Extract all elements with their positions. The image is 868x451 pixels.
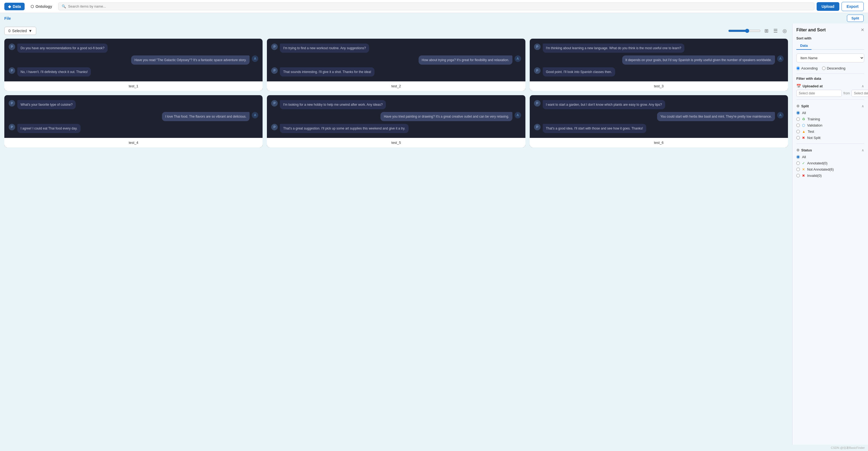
card-footer: test_1 <box>4 82 262 91</box>
card-test_2[interactable]: PI'm trying to find a new workout routin… <box>267 39 525 91</box>
status-collapse-icon: ∧ <box>862 148 864 152</box>
avatar: P <box>9 67 15 74</box>
message-bubble: You could start with herbs like basil an… <box>657 112 775 121</box>
status-icon-not_annotated: ✕ <box>802 167 805 171</box>
status-radio-annotated[interactable] <box>796 161 800 165</box>
grid-view-button[interactable]: ⊞ <box>763 27 770 35</box>
message-row: PWhat's your favorite type of cuisine? <box>9 100 258 109</box>
avatar: A <box>777 56 784 62</box>
split-radio-validation[interactable] <box>796 124 800 127</box>
data-nav-btn[interactable]: ◆ Data <box>4 3 25 10</box>
export-button[interactable]: Export <box>841 2 864 11</box>
split-option-validation[interactable]: ⬡Validation <box>796 122 864 128</box>
message-row: I love Thai food. The flavors are so vib… <box>9 112 258 121</box>
file-link[interactable]: File <box>4 16 11 21</box>
avatar: A <box>515 56 521 62</box>
status-option-annotated[interactable]: ✓Annotated(0) <box>796 160 864 166</box>
status-header[interactable]: ⚙ Status ∧ <box>796 147 864 154</box>
uploaded-at-header[interactable]: 📅 Uploaded at ∧ <box>796 82 864 90</box>
card-test_3[interactable]: PI'm thinking about learning a new langu… <box>530 39 788 91</box>
zoom-slider[interactable] <box>728 29 761 33</box>
search-bar: 🔍 <box>58 2 814 10</box>
toolbar-row: 0 Selected ▼ ⊞ ☰ ◎ <box>4 27 788 35</box>
ontology-nav-btn[interactable]: ⬡ Ontology <box>27 3 56 10</box>
card-test_5[interactable]: PI'm looking for a new hobby to help me … <box>267 95 525 148</box>
avatar: P <box>534 67 540 74</box>
close-icon[interactable]: ✕ <box>861 27 864 32</box>
card-test_6[interactable]: PI want to start a garden, but I don't k… <box>530 95 788 148</box>
message-bubble: I agree! I could eat Thai food every day… <box>17 124 81 133</box>
avatar: A <box>252 112 258 119</box>
status-option-invalid[interactable]: ✖Invalid(0) <box>796 172 864 179</box>
avatar: P <box>534 43 540 50</box>
message-bubble: I'm thinking about learning a new langua… <box>543 43 685 53</box>
split-radio-all[interactable] <box>796 111 800 115</box>
avatar: P <box>271 124 278 130</box>
filter-view-button[interactable]: ◎ <box>781 27 788 35</box>
calendar-icon: 📅 <box>796 84 801 88</box>
message-row: PGood point. I'll look into Spanish clas… <box>534 67 784 76</box>
card-test_4[interactable]: PWhat's your favorite type of cuisine?I … <box>4 95 262 148</box>
split-radio-not_split[interactable] <box>796 136 800 139</box>
avatar: P <box>271 67 278 74</box>
message-bubble: That's a good idea. I'll start with thos… <box>543 124 646 133</box>
descending-label[interactable]: Descending <box>822 66 845 70</box>
upload-button[interactable]: Upload <box>817 2 839 11</box>
avatar: P <box>534 100 540 106</box>
item-name-select[interactable]: Item Name <box>796 54 864 62</box>
selected-button[interactable]: 0 Selected ▼ <box>4 27 36 35</box>
message-bubble: That's a great suggestion. I'll pick up … <box>280 124 408 133</box>
card-footer: test_2 <box>267 82 525 91</box>
message-bubble: It depends on your goals, but I'd say Sp… <box>622 56 775 65</box>
date-to-input[interactable] <box>851 90 868 97</box>
avatar: P <box>9 100 15 106</box>
list-view-button[interactable]: ☰ <box>772 27 779 35</box>
search-icon: 🔍 <box>62 4 66 8</box>
card-test_1[interactable]: PDo you have any recommendations for a g… <box>4 39 262 91</box>
split-radio-test[interactable] <box>796 130 800 133</box>
toolbar-right: ⊞ ☰ ◎ <box>728 27 788 35</box>
card-body: PI'm trying to find a new workout routin… <box>267 39 525 82</box>
card-body: PWhat's your favorite type of cuisine?I … <box>4 95 262 138</box>
split-button[interactable]: Split <box>847 14 864 22</box>
status-option-not_annotated[interactable]: ✕Not Annotated(6) <box>796 166 864 172</box>
content-area: 0 Selected ▼ ⊞ ☰ ◎ PDo you have any reco… <box>0 24 792 445</box>
card-footer: test_4 <box>4 138 262 148</box>
ascending-radio[interactable] <box>796 66 800 70</box>
split-radio-training[interactable] <box>796 117 800 121</box>
descending-radio[interactable] <box>822 66 826 70</box>
split-option-all[interactable]: All <box>796 110 864 116</box>
split-option-training[interactable]: ♻Training <box>796 116 864 122</box>
status-radio-not_annotated[interactable] <box>796 168 800 171</box>
card-body: PI'm thinking about learning a new langu… <box>530 39 788 82</box>
status-option-all[interactable]: All <box>796 154 864 160</box>
date-from-input[interactable] <box>796 90 842 97</box>
message-row: PI want to start a garden, but I don't k… <box>534 100 784 109</box>
ascending-label[interactable]: Ascending <box>796 66 818 70</box>
status-radio-all[interactable] <box>796 155 800 159</box>
message-bubble: Do you have any recommendations for a go… <box>17 43 107 53</box>
diamond-icon: ◆ <box>8 4 11 9</box>
split-option-not_split[interactable]: ✖Not Split <box>796 135 864 141</box>
message-bubble: I'm trying to find a new workout routine… <box>280 43 369 53</box>
message-row: How about trying yoga? It's great for fl… <box>271 56 521 65</box>
divider-1 <box>796 73 864 74</box>
uploaded-at-label: 📅 Uploaded at <box>796 84 823 88</box>
message-row: PDo you have any recommendations for a g… <box>9 43 258 53</box>
card-body: PDo you have any recommendations for a g… <box>4 39 262 82</box>
avatar: P <box>9 124 15 130</box>
message-row: PThat sounds interesting. I'll give it a… <box>271 67 521 76</box>
search-input[interactable] <box>68 4 811 8</box>
status-label-not_annotated: Not Annotated(6) <box>807 167 834 171</box>
split-header[interactable]: ⚙ Split ∧ <box>796 102 864 110</box>
message-row: You could start with herbs like basil an… <box>534 112 784 121</box>
message-bubble: I love Thai food. The flavors are so vib… <box>162 112 250 121</box>
split-option-test[interactable]: ▲Test <box>796 128 864 135</box>
tab-data[interactable]: Data <box>796 42 811 50</box>
status-radio-invalid[interactable] <box>796 174 800 178</box>
split-section-icon: ⚙ <box>796 104 800 108</box>
collapse-icon: ∧ <box>862 84 864 88</box>
ontology-icon: ⬡ <box>31 4 34 9</box>
sidebar-header: Filter and Sort ✕ <box>796 27 864 32</box>
split-section-label: ⚙ Split <box>796 104 809 108</box>
